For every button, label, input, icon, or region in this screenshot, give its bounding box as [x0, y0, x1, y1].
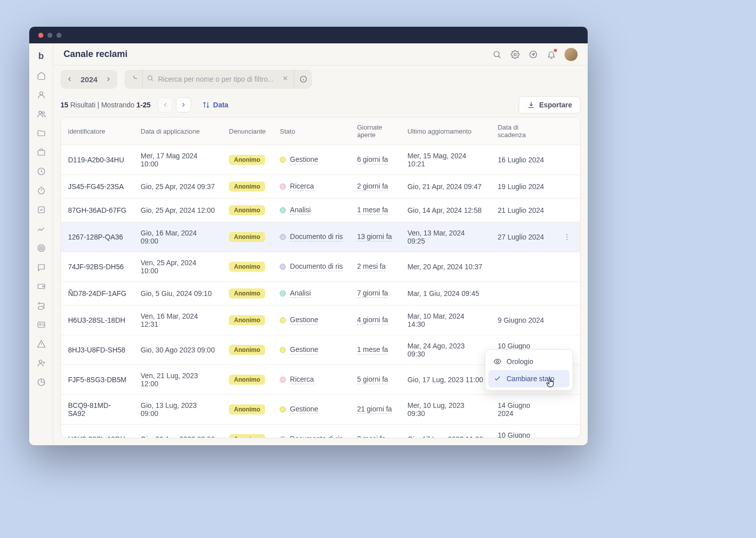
- wallet-icon[interactable]: [36, 281, 46, 291]
- window-close-icon[interactable]: [38, 33, 43, 38]
- menu-change-status[interactable]: Cambiare stato: [488, 370, 570, 387]
- cell-reporter: Anonimo: [222, 395, 273, 425]
- export-button[interactable]: Esportare: [519, 96, 581, 113]
- users-icon[interactable]: [36, 109, 46, 119]
- cell-reporter: Anonimo: [222, 199, 273, 222]
- user-icon[interactable]: [36, 90, 46, 100]
- cell-status: Gestione: [273, 145, 350, 175]
- cell-id: 74JF-92BS-DH56: [61, 252, 134, 282]
- cell-days: 2 giorni fa: [350, 175, 400, 199]
- folder-icon[interactable]: [36, 128, 46, 138]
- table-row[interactable]: 1267-128P-QA36 Gio, 16 Mar, 2024 09:00 A…: [61, 222, 580, 252]
- window-zoom-icon[interactable]: [56, 33, 61, 38]
- search-input[interactable]: [143, 75, 294, 83]
- year-next-button[interactable]: [101, 72, 115, 87]
- cell-actions: [554, 222, 580, 252]
- cell-actions: [554, 252, 580, 282]
- window-minimize-icon[interactable]: [47, 33, 52, 38]
- gear-icon[interactable]: [510, 49, 520, 59]
- app-window: b Canale reclami: [29, 27, 588, 445]
- pie-icon[interactable]: [36, 377, 46, 387]
- cell-applied: Gio, 13 Lug, 2023 09:00: [134, 395, 222, 425]
- svg-point-0: [40, 92, 43, 95]
- page-next-button[interactable]: [176, 97, 191, 112]
- search-icon[interactable]: [492, 49, 502, 59]
- cell-days: 4 giorni fa: [350, 306, 400, 335]
- bell-icon[interactable]: [546, 49, 556, 59]
- route-icon[interactable]: [36, 301, 46, 311]
- col-id[interactable]: identificatore: [61, 117, 134, 145]
- table-row[interactable]: D119-A2b0-34HU Mer, 17 Mag 2024 10:00 An…: [61, 145, 580, 175]
- row-menu-button[interactable]: [561, 231, 573, 243]
- svg-point-8: [39, 246, 43, 250]
- table-row[interactable]: H6U3-28SL-18DH Ven, 16 Mar, 2024 12:31 A…: [61, 306, 580, 335]
- menu-watch[interactable]: Orologio: [488, 353, 570, 370]
- svg-point-23: [566, 234, 568, 235]
- page-prev-button[interactable]: [158, 97, 173, 112]
- cell-reporter: Anonimo: [222, 145, 273, 175]
- cell-status: Analisi: [273, 282, 350, 306]
- cell-days: 21 giorni fa: [350, 395, 400, 425]
- app-logo[interactable]: b: [36, 50, 47, 62]
- info-button[interactable]: [294, 70, 312, 89]
- avatar[interactable]: [564, 48, 578, 61]
- compass-icon[interactable]: [528, 49, 538, 59]
- svg-point-24: [566, 236, 568, 237]
- year-prev-button[interactable]: [62, 72, 77, 87]
- table-row[interactable]: BCQ9-81MD-SA92 Gio, 13 Lug, 2023 09:00 A…: [61, 395, 580, 425]
- id-card-icon[interactable]: [36, 320, 46, 330]
- col-applied[interactable]: Data di applicazione: [134, 117, 222, 145]
- cell-updated: Mer, 10 Lug, 2023 09:30: [400, 395, 490, 425]
- cell-reporter: Anonimo: [222, 335, 273, 365]
- cell-id: 87GH-36AD-67FG: [61, 199, 134, 222]
- cell-updated: Mar, 24 Ago, 2023 09:30: [400, 335, 490, 365]
- table-row[interactable]: JS45-FG45-23SA Gio, 25 Apr, 2024 09:37 A…: [61, 175, 580, 199]
- cell-due: 21 Luglio 2024: [490, 199, 554, 222]
- col-reporter[interactable]: Denunciante: [222, 117, 273, 145]
- cell-days: 6 giorni fa: [350, 145, 400, 175]
- col-due[interactable]: Data di scadenza: [490, 117, 554, 145]
- svg-point-13: [43, 307, 44, 309]
- user-plus-icon[interactable]: [36, 358, 46, 368]
- col-days[interactable]: Giornate aperte: [350, 117, 400, 145]
- favorite-button[interactable]: [124, 70, 143, 89]
- cell-status: Gestione: [273, 335, 350, 365]
- svg-point-9: [40, 248, 41, 249]
- table-row[interactable]: 74JF-92BS-DH56 Ven, 25 Apr, 2024 10:00 A…: [61, 252, 580, 282]
- svg-point-26: [496, 361, 498, 363]
- col-status[interactable]: Stato: [273, 117, 350, 145]
- cell-due: [490, 252, 554, 282]
- cell-status: Documento di ris: [273, 252, 350, 282]
- target-icon[interactable]: [36, 243, 46, 253]
- clock-icon[interactable]: [36, 166, 46, 176]
- cell-updated: Mar, 1 Giu, 2024 09:45: [400, 282, 490, 306]
- table-row[interactable]: ÑD78-24DF-1AFG Gio, 5 Giu, 2024 09:10 An…: [61, 282, 580, 306]
- cell-updated: Gio, 17 Lug, 2023 11:00: [400, 365, 490, 395]
- svg-point-2: [42, 112, 44, 114]
- cell-due: 19 Luglio 2024: [490, 175, 554, 199]
- search-clear-button[interactable]: [282, 75, 289, 84]
- cell-reporter: Anonimo: [222, 252, 273, 282]
- cell-due: 10 Giugno 2024: [490, 425, 554, 439]
- cell-reporter: Anonimo: [222, 282, 273, 306]
- cell-days: 13 giorni fa: [350, 222, 400, 252]
- col-updated[interactable]: Ultimo aggiornamento: [400, 117, 490, 145]
- cell-applied: Ven, 21 Lug, 2023 12:00: [134, 365, 222, 395]
- svg-point-25: [566, 239, 568, 240]
- cell-reporter: Anonimo: [222, 365, 273, 395]
- timer-icon[interactable]: [36, 186, 46, 196]
- sort-button[interactable]: Data: [198, 101, 232, 109]
- cell-actions: [554, 282, 580, 306]
- briefcase-icon[interactable]: [36, 147, 46, 157]
- table-row[interactable]: 87GH-36AD-67FG Gio, 25 Apr, 2024 12:00 A…: [61, 199, 580, 222]
- chat-icon[interactable]: [36, 262, 46, 272]
- page-title: Canale reclami: [64, 49, 128, 59]
- page-header: Canale reclami: [53, 43, 588, 66]
- chart-icon[interactable]: [36, 224, 46, 234]
- warning-icon[interactable]: [36, 339, 46, 349]
- cell-due: [490, 282, 554, 306]
- table-row[interactable]: H6U3-28SL-18DH Gio, 30 Ago 2023 09:00 An…: [61, 425, 580, 439]
- cell-reporter: Anonimo: [222, 222, 273, 252]
- home-icon[interactable]: [36, 71, 46, 81]
- checkbox-icon[interactable]: [36, 205, 46, 215]
